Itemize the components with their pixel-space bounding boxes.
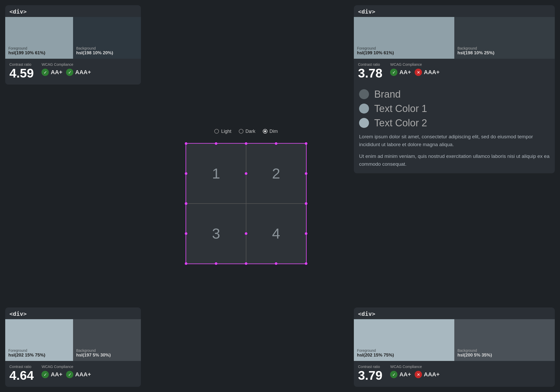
- brand-circle: [359, 89, 369, 99]
- color-swatches-top-left: Foreground hsl(199 10% 61%) Background h…: [5, 17, 141, 59]
- fg-swatch: Foreground hsl(199 10% 61%): [5, 17, 73, 59]
- lorem-paragraph-1: Lorem ipsum dolor sit amet, consectetur …: [359, 133, 550, 149]
- lorem-paragraph-2: Ut enim ad minim veniam, quis nostrud ex…: [359, 152, 550, 168]
- wcag-badges: ✓ AA+ ✓ AAA+: [41, 69, 91, 76]
- panel-tag-bl: <div>: [5, 307, 141, 319]
- handle-row1-right[interactable]: [305, 172, 307, 175]
- badge-label-aaa-tl: AAA+: [75, 69, 91, 76]
- theme-dim[interactable]: Dim: [263, 129, 278, 134]
- badge-aaa-tr: ✕ AAA+: [415, 69, 440, 76]
- badge-label-aaa-tr: AAA+: [424, 69, 440, 76]
- contrast-label: Contrast ratio: [9, 62, 34, 67]
- handle-inner-mid-bot[interactable]: [245, 232, 247, 235]
- handle-bl-c[interactable]: [185, 262, 187, 265]
- handle-col1-bot[interactable]: [215, 262, 217, 265]
- wcag-badges-bl: ✓ AA+ ✓ AAA+: [41, 371, 91, 378]
- bg-value: hsl(198 10% 20%): [76, 50, 138, 56]
- handle-bc[interactable]: [245, 262, 247, 265]
- badge-aa-br: ✓ AA+: [390, 371, 411, 378]
- top-right-panel: <div> Foreground hsl(199 10% 61%) Backgr…: [354, 5, 555, 173]
- badge-icon-aaa-br: ✕: [415, 371, 422, 378]
- wcag-badges-br: ✓ AA+ ✕ AAA+: [390, 371, 439, 378]
- bottom-left-panel: <div> Foreground hsl(202 15% 75%) Backgr…: [5, 307, 141, 387]
- fg-label-br: Foreground: [357, 348, 451, 353]
- badge-icon-aa-bl: ✓: [41, 371, 49, 378]
- theme-light-label: Light: [221, 129, 231, 134]
- fg-swatch-bl: Foreground hsl(202 15% 75%): [5, 319, 73, 361]
- fg-label: Foreground: [8, 46, 70, 50]
- bottom-right-panel: <div> Foreground hsl(202 15% 75%) Backgr…: [354, 307, 555, 387]
- contrast-row: Contrast ratio 4.59 WCAG Compliance ✓ AA…: [5, 59, 141, 85]
- fg-value-br: hsl(202 15% 75%): [357, 353, 451, 358]
- contrast-label-tr: Contrast ratio: [358, 62, 382, 67]
- badge-aaa-br: ✕ AAA+: [415, 371, 440, 378]
- theme-light[interactable]: Light: [214, 129, 231, 134]
- wcag-block-tr: WCAG Compliance ✓ AA+ ✕ AAA+: [390, 62, 439, 80]
- bg-swatch-bl: Background hsl(197 5% 30%): [73, 319, 141, 361]
- handle-inner-mid-top[interactable]: [245, 172, 247, 175]
- bg-swatch: Background hsl(198 10% 20%): [73, 17, 141, 59]
- box-2-number: 2: [272, 165, 280, 182]
- radio-dim[interactable]: [263, 129, 267, 134]
- badge-label-aa-bl: AA+: [51, 371, 62, 378]
- handle-col2-bot[interactable]: [275, 262, 277, 265]
- wcag-label-tr: WCAG Compliance: [390, 62, 439, 67]
- handle-tc[interactable]: [245, 142, 247, 145]
- box-1: 1: [186, 144, 246, 204]
- panel-tag: <div>: [5, 5, 141, 17]
- bg-label: Background: [76, 46, 138, 50]
- text1-circle: [359, 104, 369, 114]
- bg-value-tr: hsl(198 10% 25%): [457, 50, 552, 56]
- radio-dark[interactable]: [239, 129, 243, 134]
- wcag-label-bl: WCAG Compliance: [41, 365, 91, 369]
- theme-dark-label: Dark: [246, 129, 255, 134]
- boxes-container: 1 2 3 4: [186, 144, 306, 264]
- handle-tl[interactable]: [185, 142, 187, 145]
- badge-aa-tl: ✓ AA+: [41, 69, 62, 76]
- contrast-label-br: Contrast ratio: [358, 365, 382, 369]
- box-4-number: 4: [272, 225, 280, 242]
- contrast-row-tr: Contrast ratio 3.78 WCAG Compliance ✓ AA…: [354, 59, 555, 85]
- bg-swatch-br: Background hsl(200 5% 35%): [454, 319, 555, 361]
- contrast-block-br: Contrast ratio 3.79: [358, 365, 382, 383]
- contrast-block: Contrast ratio 4.59: [9, 62, 34, 80]
- contrast-value: 4.59: [9, 67, 34, 80]
- handle-row2-left[interactable]: [185, 232, 187, 235]
- wcag-block-br: WCAG Compliance ✓ AA+ ✕ AAA+: [390, 365, 439, 383]
- legend-text1: Text Color 1: [359, 103, 550, 114]
- badge-label-aa-br: AA+: [399, 371, 411, 378]
- wcag-label-br: WCAG Compliance: [390, 365, 439, 369]
- legend-section: Brand Text Color 1 Text Color 2 Lorem ip…: [354, 85, 555, 168]
- contrast-label-bl: Contrast ratio: [9, 365, 34, 369]
- theme-dark[interactable]: Dark: [239, 129, 255, 134]
- top-left-panel: <div> Foreground hsl(199 10% 61%) Backgr…: [5, 5, 141, 85]
- contrast-value-br: 3.79: [358, 369, 382, 383]
- contrast-row-bl: Contrast ratio 4.64 WCAG Compliance ✓ AA…: [5, 361, 141, 387]
- badge-aa-tr: ✓ AA+: [390, 69, 411, 76]
- panel-tag-br: <div>: [354, 307, 555, 319]
- handle-br-c[interactable]: [305, 262, 307, 265]
- handle-tr[interactable]: [305, 142, 307, 145]
- contrast-value-tr: 3.78: [358, 67, 382, 80]
- color-swatches-top-right: Foreground hsl(199 10% 61%) Background h…: [354, 17, 555, 59]
- badge-icon-aa-tr: ✓: [390, 69, 397, 76]
- handle-row1-left[interactable]: [185, 172, 187, 175]
- handle-inner-right[interactable]: [305, 202, 307, 205]
- wcag-badges-tr: ✓ AA+ ✕ AAA+: [390, 69, 439, 76]
- theme-selector: Light Dark Dim: [214, 129, 278, 134]
- radio-light[interactable]: [214, 129, 219, 134]
- wcag-block-bl: WCAG Compliance ✓ AA+ ✓ AAA+: [41, 365, 91, 383]
- badge-label-aa-tr: AA+: [399, 69, 411, 76]
- color-swatches-bl: Foreground hsl(202 15% 75%) Background h…: [5, 319, 141, 361]
- handle-row2-right[interactable]: [305, 232, 307, 235]
- badge-icon-aaa-bl: ✓: [66, 371, 73, 378]
- handle-col2-top[interactable]: [275, 142, 277, 145]
- handle-col1-top[interactable]: [215, 142, 217, 145]
- panel-tag-tr: <div>: [354, 5, 555, 17]
- badge-aaa-bl: ✓ AAA+: [66, 371, 91, 378]
- bg-swatch-tr: Background hsl(198 10% 25%): [454, 17, 555, 59]
- fg-value: hsl(199 10% 61%): [8, 50, 70, 56]
- badge-icon-aa-br: ✓: [390, 371, 397, 378]
- legend-brand: Brand: [359, 89, 550, 100]
- handle-inner-left[interactable]: [185, 202, 187, 205]
